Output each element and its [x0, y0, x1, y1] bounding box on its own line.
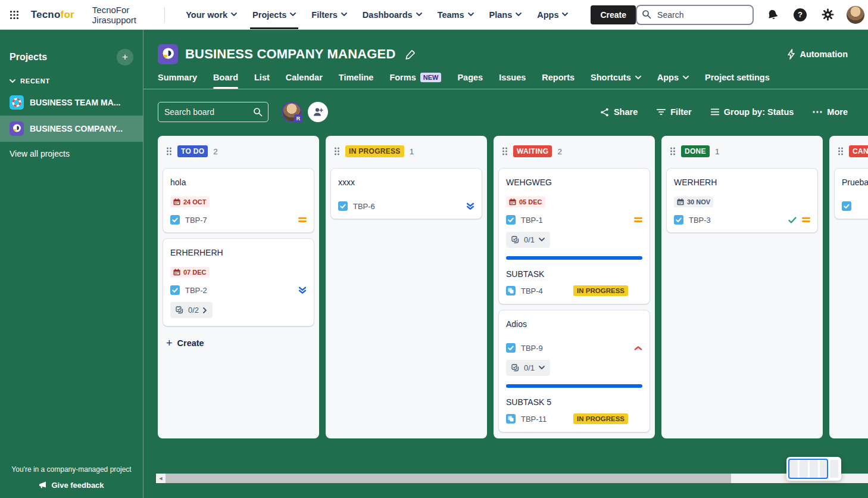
chevron-right-icon: [203, 307, 207, 313]
issue-key: TBP-2: [185, 286, 207, 295]
top-navigation-bar: Tecnofor TecnoFor Jirasupport Your work …: [0, 0, 868, 30]
chevron-down-icon: [562, 13, 568, 17]
status-badge: WAITING: [513, 145, 552, 157]
sidebar-item-business-company-managed[interactable]: BUSINESS COMPANY...: [0, 116, 143, 142]
nav-projects[interactable]: Projects: [246, 7, 302, 23]
nav-apps[interactable]: Apps: [531, 7, 574, 23]
issue-title: hola: [170, 178, 307, 187]
avatar-role-badge: R: [294, 114, 302, 123]
tab-summary[interactable]: Summary: [158, 73, 197, 82]
subtask-status-badge: IN PROGRESS: [573, 413, 628, 424]
column-count: 2: [557, 147, 562, 156]
minimap-column: [830, 460, 838, 478]
issue-card[interactable]: WERHERH 30 NOV TBP-3: [666, 168, 818, 233]
add-project-button[interactable]: +: [117, 49, 133, 66]
priority-high-icon: [634, 346, 642, 351]
nav-filters[interactable]: Filters: [305, 7, 353, 23]
recent-section-toggle[interactable]: RECENT: [0, 66, 143, 89]
subtasks-icon: [511, 236, 520, 244]
tab-project-settings[interactable]: Project settings: [705, 73, 770, 82]
notifications-bell-icon[interactable]: [764, 7, 781, 23]
filter-icon: [657, 108, 666, 116]
tab-apps[interactable]: Apps: [657, 73, 689, 82]
subtask-expand-toggle[interactable]: 0/1: [506, 232, 550, 248]
drag-handle-icon[interactable]: [334, 147, 340, 156]
settings-gear-icon[interactable]: [819, 7, 836, 23]
subtask-expand-toggle[interactable]: 0/2: [170, 302, 213, 318]
issue-card[interactable]: WEHGWEG 05 DEC TBP-1: [498, 168, 650, 304]
view-all-projects-link[interactable]: View all projects: [0, 142, 143, 166]
board-search-input[interactable]: [158, 102, 268, 122]
tecnofor-logo[interactable]: Tecnofor: [31, 9, 74, 21]
minimap-viewport[interactable]: [788, 459, 828, 479]
issue-key: TBP-6: [353, 202, 375, 211]
due-date-badge: 05 DEC: [506, 197, 545, 207]
scroll-left-arrow[interactable]: ◄: [156, 474, 166, 483]
group-by-button[interactable]: Group by: Status: [711, 107, 794, 117]
issue-card[interactable]: Prueba: [834, 168, 868, 219]
app-switcher-icon[interactable]: [8, 5, 20, 24]
chevron-down-icon: [290, 13, 296, 17]
nav-dashboards[interactable]: Dashboards: [357, 7, 428, 23]
nav-teams[interactable]: Teams: [432, 7, 480, 23]
issue-title: Adios: [506, 319, 642, 329]
drag-handle-icon[interactable]: [838, 147, 844, 156]
tab-timeline[interactable]: Timeline: [339, 73, 374, 82]
give-feedback-button[interactable]: Give feedback: [0, 481, 143, 490]
priority-medium-icon: [298, 217, 307, 223]
issue-title: WEHGWEG: [506, 178, 642, 187]
search-icon: [642, 10, 651, 19]
board-minimap[interactable]: [786, 457, 841, 481]
column-count: 1: [410, 147, 414, 156]
tab-issues[interactable]: Issues: [499, 73, 526, 82]
add-people-button[interactable]: [308, 102, 328, 122]
share-button[interactable]: Share: [600, 107, 638, 117]
tab-shortcuts[interactable]: Shortcuts: [591, 73, 641, 82]
sidebar-item-business-team-managed[interactable]: BUSINESS TEAM MA...: [0, 89, 143, 116]
board-member-avatar[interactable]: R: [282, 102, 302, 122]
user-avatar[interactable]: [847, 6, 864, 24]
chevron-down-icon: [539, 238, 545, 242]
tab-calendar[interactable]: Calendar: [286, 73, 323, 82]
tab-board[interactable]: Board: [213, 73, 238, 82]
kanban-board: TO DO 2 hola 24 OCT TBP-7: [143, 136, 868, 438]
help-icon[interactable]: ?: [792, 7, 808, 23]
search-input[interactable]: [636, 5, 754, 25]
edit-icon[interactable]: [405, 49, 416, 60]
tab-forms[interactable]: FormsNEW: [389, 73, 441, 82]
lightning-bolt-icon: [787, 49, 795, 60]
subtasks-icon: [176, 306, 184, 314]
create-issue-button[interactable]: + Create: [158, 331, 319, 355]
drag-handle-icon[interactable]: [502, 147, 508, 156]
nav-your-work[interactable]: Your work: [180, 7, 243, 23]
priority-medium-icon: [802, 217, 810, 223]
create-button[interactable]: Create: [591, 5, 636, 24]
tab-pages[interactable]: Pages: [457, 73, 483, 82]
priority-lowest-icon: [466, 203, 474, 210]
new-badge: NEW: [420, 73, 442, 82]
issue-card[interactable]: hola 24 OCT TBP-7: [163, 168, 314, 233]
subtask-expand-toggle[interactable]: 0/1: [506, 360, 550, 376]
filter-button[interactable]: Filter: [657, 107, 691, 117]
issue-card[interactable]: ERHERHERH 07 DEC TBP-2: [163, 238, 314, 326]
task-type-icon: [506, 343, 516, 353]
automation-button[interactable]: Automation: [787, 49, 848, 60]
megaphone-icon: [39, 481, 47, 489]
plus-icon: +: [166, 339, 173, 347]
horizontal-scrollbar[interactable]: ◄: [156, 474, 868, 483]
project-type-note: You're in a company-managed project: [0, 465, 143, 474]
subtask-type-icon: [506, 286, 516, 295]
tab-list[interactable]: List: [254, 73, 270, 82]
scrollbar-thumb[interactable]: [166, 474, 731, 483]
drag-handle-icon[interactable]: [670, 147, 676, 156]
more-dots-icon: [813, 111, 822, 113]
issue-card[interactable]: xxxx TBP-6: [330, 168, 482, 219]
issue-card[interactable]: Adios TBP-9 0/1: [498, 310, 650, 432]
nav-plans[interactable]: Plans: [483, 7, 528, 23]
drag-handle-icon[interactable]: [166, 147, 172, 156]
issue-title: xxxx: [338, 178, 474, 187]
status-badge: DONE: [681, 145, 710, 157]
calendar-icon: [509, 198, 516, 206]
tab-reports[interactable]: Reports: [542, 73, 574, 82]
more-button[interactable]: More: [813, 107, 848, 117]
